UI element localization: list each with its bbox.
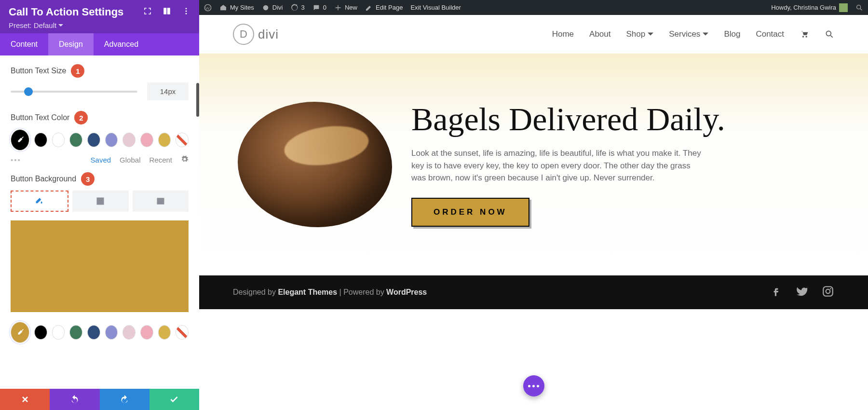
tab-content[interactable]: Content <box>0 33 48 55</box>
footer-link-et[interactable]: Elegant Themes <box>278 288 337 296</box>
wp-mysites[interactable]: My Sites <box>219 4 254 12</box>
settings-panel: Call To Action Settings Preset: Default … <box>0 0 199 410</box>
svg-point-1 <box>186 11 187 12</box>
bg-color-swatches <box>11 322 189 343</box>
hero-image <box>238 102 392 227</box>
preset-dropdown[interactable]: Preset: Default <box>9 21 190 29</box>
nav-services[interactable]: Services <box>669 29 708 39</box>
site-footer: Designed by Elegant Themes | Powered by … <box>199 275 868 309</box>
panel-scrollbar[interactable] <box>196 83 199 117</box>
button-background-label: Button Background 3 <box>11 172 189 186</box>
hero-section: Bagels Delivered Daily. Look at the suns… <box>199 54 868 275</box>
swatch-gold[interactable] <box>158 133 171 147</box>
wp-search-icon[interactable] <box>855 4 863 12</box>
wp-new[interactable]: New <box>334 4 357 12</box>
svg-rect-7 <box>823 287 833 296</box>
preset-label: Preset: Default <box>9 21 56 29</box>
palette-tab-recent[interactable]: Recent <box>149 156 172 164</box>
nav-blog[interactable]: Blog <box>724 29 740 39</box>
site-nav: Home About Shop Services Blog Contact <box>552 29 834 39</box>
undo-button[interactable] <box>50 389 99 410</box>
chevron-down-icon <box>648 31 653 37</box>
bg-tab-gradient[interactable] <box>72 191 128 212</box>
nav-about[interactable]: About <box>589 29 610 39</box>
color-picker-button[interactable] <box>11 129 29 150</box>
save-button[interactable] <box>149 389 199 410</box>
bg-swatch-white[interactable] <box>52 325 65 340</box>
hero-body: Look at the sunset, life is amazing, lif… <box>411 147 705 184</box>
tab-advanced[interactable]: Advanced <box>94 33 149 55</box>
text-size-input[interactable]: 14px <box>147 82 189 100</box>
bg-swatch-reset[interactable] <box>176 325 189 340</box>
nav-home[interactable]: Home <box>552 29 574 39</box>
palette-gear-icon[interactable] <box>181 155 189 164</box>
nav-contact[interactable]: Contact <box>756 29 784 39</box>
redo-button[interactable] <box>100 389 149 410</box>
wp-edit-page[interactable]: Edit Page <box>365 4 403 12</box>
site-header: D divi Home About Shop Services Blog Con… <box>199 15 868 54</box>
background-color-preview[interactable] <box>11 220 189 312</box>
bg-swatch-navy[interactable] <box>87 325 100 340</box>
button-text-size-label: Button Text Size 1 <box>11 64 189 78</box>
hero-title: Bagels Delivered Daily. <box>411 102 725 137</box>
swatch-pink[interactable] <box>140 133 153 147</box>
wp-exit-builder[interactable]: Exit Visual Builder <box>410 4 461 11</box>
svg-point-6 <box>826 31 831 36</box>
logo-text: divi <box>258 27 279 42</box>
wp-updates[interactable]: 3 <box>291 4 305 12</box>
slider-thumb[interactable] <box>24 87 33 96</box>
panel-title: Call To Action Settings <box>9 6 123 18</box>
wp-howdy[interactable]: Howdy, Christina Gwira <box>771 3 848 12</box>
swatch-green[interactable] <box>69 133 82 147</box>
bg-swatch-gold[interactable] <box>158 325 171 340</box>
builder-fab[interactable] <box>523 375 544 396</box>
swatch-black[interactable] <box>34 133 47 147</box>
svg-point-8 <box>826 289 830 294</box>
order-now-button[interactable]: ORDER NOW <box>411 198 529 227</box>
palette-tab-global[interactable]: Global <box>120 156 140 164</box>
more-icon[interactable] <box>182 7 190 17</box>
twitter-icon[interactable] <box>796 285 808 300</box>
swatch-lightpink[interactable] <box>122 133 136 147</box>
chevron-down-icon <box>703 31 708 37</box>
bg-swatch-green[interactable] <box>69 325 82 340</box>
bg-swatch-lightpink[interactable] <box>122 325 136 340</box>
bg-color-picker-button[interactable] <box>11 322 29 343</box>
search-icon[interactable] <box>825 29 834 39</box>
callout-2: 2 <box>74 111 88 124</box>
bg-tab-image[interactable] <box>133 191 189 212</box>
swatch-navy[interactable] <box>87 133 100 147</box>
swatch-reset[interactable] <box>176 133 189 147</box>
tab-design[interactable]: Design <box>48 33 94 55</box>
columns-icon[interactable] <box>163 7 171 17</box>
cancel-button[interactable] <box>0 389 50 410</box>
button-text-size-control: 14px <box>11 82 189 100</box>
bg-swatch-pink[interactable] <box>140 325 153 340</box>
wp-sitename[interactable]: Divi <box>262 4 283 12</box>
instagram-icon[interactable] <box>822 285 834 300</box>
text-color-swatches <box>11 129 189 150</box>
callout-3: 3 <box>81 172 95 186</box>
cart-icon[interactable] <box>800 29 809 39</box>
panel-tabs: Content Design Advanced <box>0 33 199 55</box>
expand-icon[interactable] <box>143 7 152 17</box>
nav-shop[interactable]: Shop <box>626 29 653 39</box>
preview-area: My Sites Divi 3 0 New Edit Page Exit Vis… <box>199 0 868 410</box>
footer-link-wp[interactable]: WordPress <box>386 288 427 296</box>
svg-point-9 <box>830 288 831 289</box>
bg-swatch-black[interactable] <box>34 325 47 340</box>
text-size-slider[interactable] <box>11 91 137 93</box>
palette-tabs: ••• Saved Global Recent <box>11 155 189 164</box>
more-dots-icon[interactable]: ••• <box>11 156 21 164</box>
facebook-icon[interactable] <box>770 285 782 300</box>
swatch-white[interactable] <box>52 133 65 147</box>
footer-credit: Designed by Elegant Themes | Powered by … <box>233 288 427 297</box>
wp-logo-icon[interactable] <box>204 4 212 12</box>
bg-swatch-periwinkle[interactable] <box>105 325 118 340</box>
footer-social <box>770 285 834 300</box>
bg-tab-color[interactable] <box>11 191 68 212</box>
palette-tab-saved[interactable]: Saved <box>91 156 111 164</box>
swatch-periwinkle[interactable] <box>105 133 118 147</box>
wp-comments[interactable]: 0 <box>312 4 326 12</box>
site-logo[interactable]: D divi <box>233 24 279 45</box>
